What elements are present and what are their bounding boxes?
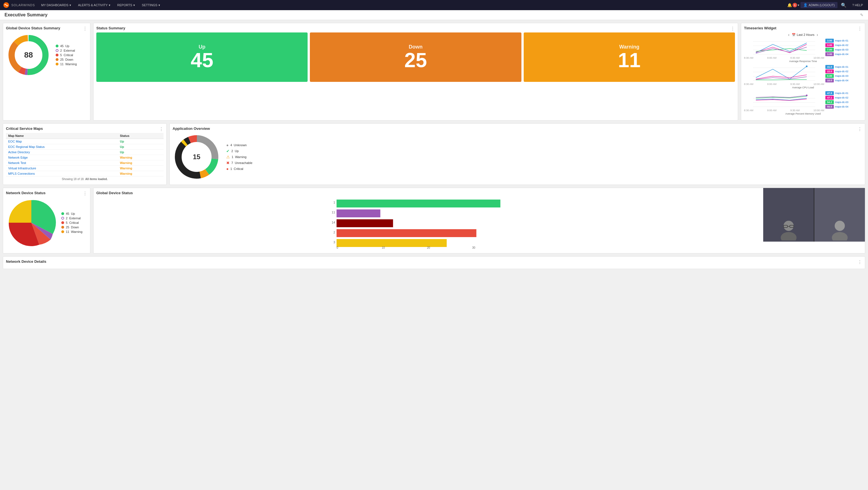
- status-boxes: Up 45 Down 25 Warning 11: [96, 32, 735, 82]
- ts-legend-response-4: 3.00 maps-dc-04: [825, 52, 862, 56]
- svg-point-15: [806, 65, 808, 67]
- csm-status-cell: Up: [118, 150, 163, 155]
- status-summary-menu[interactable]: ⋮: [731, 26, 735, 31]
- global-device-status-menu[interactable]: ⋮: [83, 26, 87, 31]
- ts-legend-mem-1: 47.9 maps-dc-01: [825, 91, 862, 95]
- row-4: Network Device Details ⋮: [3, 256, 865, 269]
- search-button[interactable]: 🔍: [839, 3, 849, 8]
- brand-name: solarwinds: [11, 3, 35, 7]
- edit-icon[interactable]: ✎: [860, 13, 864, 17]
- timeseries-card: Timeseries Widget ⋮ ‹ 📅 Last 2 Hours ›: [741, 23, 865, 121]
- legend-critical-dot: [56, 54, 59, 57]
- ts-next-button[interactable]: ›: [816, 32, 818, 37]
- status-down-value: 25: [404, 50, 427, 70]
- status-box-up[interactable]: Up 45: [96, 32, 308, 82]
- user-icon: 👤: [803, 3, 808, 7]
- admin-button[interactable]: 👤 ADMIN (LOGOUT): [801, 2, 837, 8]
- ndd-menu[interactable]: ⋮: [858, 259, 862, 265]
- nds-legend-down: 25 Down: [61, 226, 83, 229]
- csm-map-link[interactable]: Network Edge: [8, 156, 28, 159]
- notifications[interactable]: 🔔 1 ▾: [787, 3, 799, 7]
- critical-icon: ●: [226, 166, 228, 171]
- csm-map-link[interactable]: MPLS Connections: [8, 172, 35, 175]
- ts-legend-mem-2: 47.1 maps-dc-02: [825, 96, 862, 100]
- status-box-down[interactable]: Down 25: [310, 32, 521, 82]
- svg-text:3: 3: [333, 240, 335, 244]
- pie-chart: [6, 197, 57, 248]
- app-overview-menu[interactable]: ⋮: [858, 126, 862, 132]
- csm-map-link[interactable]: Network Test: [8, 161, 26, 165]
- csm-map-link[interactable]: Active Directory: [8, 151, 30, 154]
- csm-table-row: EOC MapUp: [6, 139, 163, 144]
- logo[interactable]: solarwinds: [3, 2, 35, 8]
- app-donut-chart: 15: [173, 133, 221, 181]
- nds-legend: 45 Up 2 External 5 Critical: [61, 212, 83, 233]
- calendar-icon: 📅: [792, 33, 796, 37]
- network-device-details-card: Network Device Details ⋮: [3, 256, 865, 269]
- app-legend-warning: ⚠ 1 Warning: [226, 155, 252, 159]
- status-warning-value: 11: [618, 50, 641, 70]
- main-content: Global Device Status Summary ⋮: [0, 20, 868, 272]
- help-button[interactable]: ? HELP: [850, 3, 865, 7]
- video-overlay: [763, 188, 865, 241]
- ts-legend-response-3: 7.00 maps-dc-03: [825, 48, 862, 52]
- csm-map-link[interactable]: EOC Map: [8, 140, 22, 143]
- timeseries-menu[interactable]: ⋮: [858, 26, 862, 31]
- legend-warning-dot: [56, 63, 59, 65]
- status-down-label: Down: [409, 44, 423, 50]
- csm-map-link[interactable]: EOC Regional Map Status: [8, 145, 44, 149]
- nav-my-dashboards[interactable]: MY DASHBOARDS ▾: [38, 0, 74, 10]
- page-title: Executive Summary: [4, 12, 48, 18]
- row-2: Critical Service Maps ⋮ Map Name Status …: [3, 123, 865, 185]
- status-box-warning[interactable]: Warning 11: [524, 32, 735, 82]
- svg-text:30: 30: [472, 246, 476, 249]
- app-legend-critical: ● 1 Critical: [226, 166, 252, 171]
- nav-settings[interactable]: SETTINGS ▾: [138, 0, 163, 10]
- app-legend: ● 4 Unknown ✔ 2 Up ⚠ 1 Warning: [226, 143, 252, 171]
- svg-rect-33: [337, 209, 380, 217]
- svg-text:10: 10: [382, 246, 385, 249]
- global-device-legend: 45 Up 2 External 5 Critical: [56, 44, 77, 66]
- csm-menu[interactable]: ⋮: [159, 126, 163, 132]
- donut-total: 88: [24, 51, 33, 60]
- timeseries-title: Timeseries Widget: [744, 26, 862, 30]
- ts-legend-mem-4: 55.5 maps-dc-04: [825, 105, 862, 109]
- video-person-2: [814, 188, 865, 241]
- bar-chart-wrap: 1 11 14 2 3 0 10: [96, 197, 862, 250]
- ts-memory-label: Average Percent Memory Used: [744, 112, 862, 115]
- ts-legend-cpu-4: 10.0 maps-dc-04: [825, 78, 862, 83]
- unknown-icon: ●: [226, 143, 228, 148]
- csm-table-row: Virtual InfrastructureWarning: [6, 166, 163, 171]
- ts-response-chart: [744, 39, 824, 56]
- network-device-status-card: Network Device Status ⋮: [3, 188, 90, 254]
- ts-cpu-chart: [744, 65, 824, 82]
- pie-area: 45 Up 2 External 5 Critical: [6, 197, 87, 248]
- donut-area: 88 45 Up 2 External 5: [6, 32, 87, 77]
- ts-memory-section: 8:30 AM 9:00 AM 9:30 AM 10:00 AM 47.9 ma…: [744, 91, 862, 115]
- ts-nav-label: 📅 Last 2 Hours: [792, 33, 814, 37]
- svg-rect-35: [337, 229, 476, 237]
- csm-table-row: MPLS ConnectionsWarning: [6, 171, 163, 176]
- bar-chart-svg: 1 11 14 2 3 0 10: [96, 197, 755, 250]
- csm-table-wrap[interactable]: Map Name Status EOC MapUpEOC Regional Ma…: [6, 133, 163, 176]
- top-navigation: solarwinds MY DASHBOARDS ▾ ALERTS & ACTI…: [0, 0, 868, 10]
- csm-status-cell: Up: [118, 144, 163, 150]
- legend-up: 45 Up: [56, 44, 77, 48]
- ts-memory-chart: [744, 91, 824, 108]
- ts-cpu-label: Average CPU Load: [744, 86, 862, 89]
- ts-prev-button[interactable]: ‹: [788, 32, 789, 37]
- nav-reports[interactable]: REPORTS ▾: [114, 0, 138, 10]
- csm-map-link[interactable]: Virtual Infrastructure: [8, 166, 36, 170]
- legend-down: 25 Down: [56, 58, 77, 61]
- nds-legend-up: 45 Up: [61, 212, 83, 215]
- csm-table-row: EOC Regional Map StatusUp: [6, 144, 163, 150]
- global-device-status-title: Global Device Status Summary: [6, 26, 87, 30]
- svg-rect-34: [337, 219, 393, 227]
- status-summary-title: Status Summary: [96, 26, 735, 30]
- csm-status-cell: Warning: [118, 166, 163, 171]
- svg-text:0: 0: [337, 246, 338, 249]
- nav-alerts-activity[interactable]: ALERTS & ACTIVITY ▾: [74, 0, 114, 10]
- legend-warning: 11 Warning: [56, 62, 77, 66]
- nds-menu[interactable]: ⋮: [83, 191, 87, 196]
- app-donut-total: 15: [193, 153, 200, 161]
